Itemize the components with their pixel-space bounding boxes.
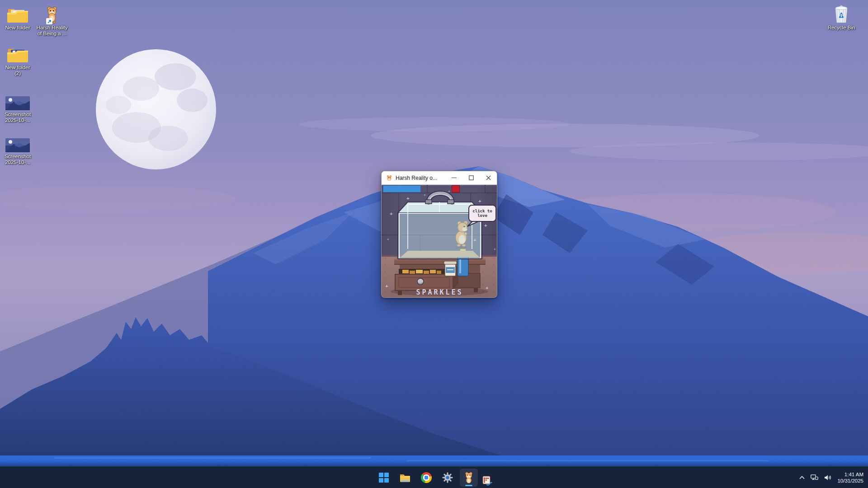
pet-name-label: SPARKLES <box>382 288 497 296</box>
click-to-love-bubble[interactable]: click to love <box>468 205 496 222</box>
folder-image-icon <box>7 43 28 63</box>
image-thumbnail-icon <box>5 132 30 152</box>
desktop-icon-label: New folder <box>5 25 30 31</box>
desktop-icon-label: Recycle Bin <box>828 25 855 31</box>
chrome-icon <box>421 472 432 483</box>
desktop-icon-new-folder[interactable]: New folder <box>0 4 35 31</box>
game-viewport[interactable]: + + + + + + + + + + + + + <box>382 185 497 298</box>
file-explorer-button[interactable] <box>396 469 414 487</box>
minimize-button[interactable] <box>445 171 462 185</box>
desktop-icon-harsh-reality-shortcut[interactable]: Harsh Realityof Being a ... <box>34 4 70 37</box>
recycle-bin-icon <box>834 4 849 23</box>
maximize-button[interactable] <box>462 171 480 185</box>
hamster-app-icon <box>45 4 59 23</box>
desktop-icon-label: Screenshot2025-10-... <box>5 154 31 165</box>
desktop-icon-label: Screenshot2025-10-... <box>5 112 31 123</box>
desktop-icon-screenshot-1[interactable]: Screenshot2025-10-... <box>0 90 35 123</box>
start-button[interactable] <box>375 469 393 487</box>
desktop-icon-label: New folder(2) <box>5 65 30 76</box>
tray-chevron-up-icon[interactable] <box>799 476 805 479</box>
bubble-text: love <box>477 213 487 218</box>
bubble-text: click to <box>472 209 492 213</box>
folder-image-icon <box>7 4 28 23</box>
hamster-taskbar-icon <box>464 472 474 483</box>
pixel-app-icon <box>482 475 493 486</box>
window-title: Harsh Reality o... <box>396 175 445 181</box>
hamster-window-icon <box>386 175 392 181</box>
close-button[interactable] <box>480 171 497 185</box>
active-app-indicator <box>465 485 472 486</box>
network-icon[interactable] <box>811 474 818 481</box>
system-tray: 1:41 AM 10/31/2025 <box>799 467 863 488</box>
taskbar-center-apps <box>0 467 868 488</box>
tray-date: 10/31/2025 <box>837 478 863 484</box>
desktop-icon-recycle-bin[interactable]: Recycle Bin <box>824 4 859 31</box>
chrome-button[interactable] <box>417 469 435 487</box>
file-explorer-icon <box>400 472 410 483</box>
desktop-icon-screenshot-2[interactable]: Screenshot2025-10-... <box>0 132 35 165</box>
tray-time: 1:41 AM <box>837 471 863 478</box>
taskbar-clock[interactable]: 1:41 AM 10/31/2025 <box>837 471 863 484</box>
gear-icon <box>442 472 453 483</box>
desktop-icon-label: Harsh Realityof Being a ... <box>36 25 67 37</box>
pixel-app-button[interactable] <box>481 474 494 487</box>
image-thumbnail-icon <box>5 90 30 110</box>
windows-logo-icon <box>379 473 389 483</box>
harsh-reality-taskbar-button[interactable] <box>460 469 478 487</box>
settings-button[interactable] <box>439 469 457 487</box>
window-titlebar[interactable]: Harsh Reality o... <box>382 171 497 185</box>
volume-icon[interactable] <box>824 474 831 481</box>
taskbar: 1:41 AM 10/31/2025 <box>0 466 868 488</box>
harsh-reality-window: Harsh Reality o... + + + + + + + <box>381 171 497 298</box>
desktop-icon-new-folder-2[interactable]: New folder(2) <box>0 43 35 76</box>
shortcut-arrow-icon <box>46 18 52 24</box>
pet-scene <box>382 185 497 298</box>
